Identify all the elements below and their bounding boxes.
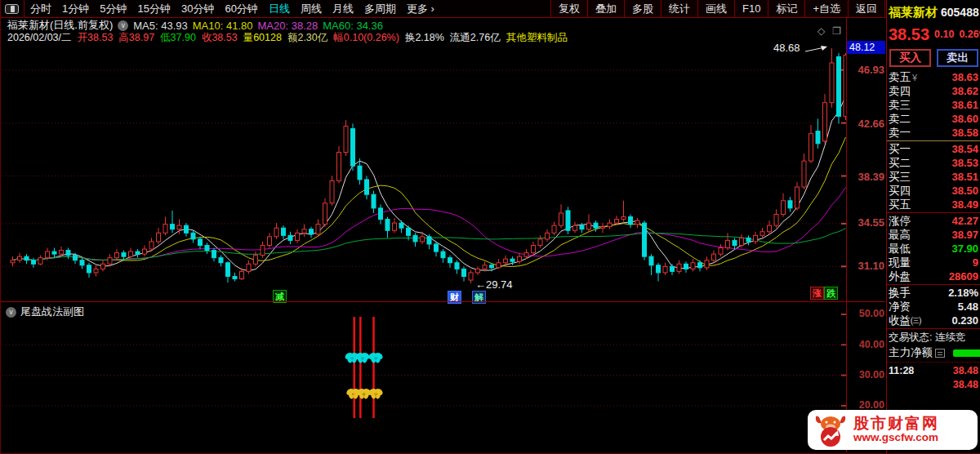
diamond-icon[interactable]: ◇: [817, 25, 825, 37]
multi-stock-button[interactable]: 多股: [624, 0, 661, 17]
tab-30min[interactable]: 30分钟: [181, 2, 214, 16]
tab-5min[interactable]: 5分钟: [100, 2, 127, 16]
f10-button[interactable]: F10: [734, 0, 768, 17]
stats-button[interactable]: 统计: [661, 0, 697, 17]
chart-info-line: 2026/02/03/二 开38.53 高38.97 低37.90 收38.53…: [7, 32, 568, 43]
sub-indicator-title: 尾盘战法副图: [20, 305, 84, 319]
draw-line-button[interactable]: 画线: [697, 0, 734, 17]
logo-url: www.gscfw.com: [853, 432, 939, 443]
tab-weekly[interactable]: 周线: [301, 2, 322, 16]
adjust-button[interactable]: 复权: [550, 0, 587, 17]
high-annotation: 48.68: [773, 42, 800, 54]
tab-1min[interactable]: 1分钟: [62, 2, 89, 16]
stat-current-volume: 现量 9: [887, 256, 980, 269]
back-button[interactable]: 返回: [848, 0, 885, 17]
price-change: 0.10: [934, 29, 954, 40]
tools-toolbar: 复权 叠加 多股 统计 画线 F10 标记 +自选 返回: [550, 0, 885, 17]
tab-60min[interactable]: 60分钟: [225, 2, 257, 16]
annotation-arrow-icon: [805, 46, 827, 51]
period-toolbar: 分时 1分钟 5分钟 15分钟 30分钟 60分钟 日线 周线 月线 多周期 更…: [1, 0, 445, 17]
price-summary: 38.53 0.10 0.26%: [887, 23, 980, 46]
add-watchlist-button[interactable]: +自选: [804, 0, 848, 17]
stat-net-assets: 净资 5.48: [887, 300, 980, 314]
buy-button[interactable]: 买入: [889, 49, 931, 67]
tab-daily[interactable]: 日线: [269, 2, 290, 16]
buy-level-4[interactable]: 买四 38.50: [887, 184, 980, 198]
sub-grid: [2, 314, 846, 406]
buy-level-3[interactable]: 买三 38.51: [887, 170, 980, 184]
chart-title-line: 福莱新材(日线.前复权) ∨ MA5: 43.93 MA10: 41.80 MA…: [7, 20, 383, 31]
top-toolbar: 分时 1分钟 5分钟 15分钟 30分钟 60分钟 日线 周线 月线 多周期 更…: [1, 0, 980, 18]
quote-panel: 福莱新材 605488 38.53 0.10 0.26% 买入 卖出 卖五 ¥ …: [886, 0, 980, 454]
chevron-down-icon[interactable]: ∨: [6, 307, 16, 318]
trade-status: 交易状态: 连续竞: [887, 330, 980, 345]
tab-monthly[interactable]: 月线: [332, 2, 354, 16]
butterfly-icon: [368, 351, 384, 363]
tick-row: 38.48: [887, 377, 980, 391]
toolbar-separator: [24, 0, 24, 18]
butterfly-icon: [354, 351, 371, 363]
panel-icon[interactable]: ❐: [832, 25, 841, 37]
sell-level-3[interactable]: 卖三 38.61: [887, 98, 980, 112]
main-net-label: 主力净额: [889, 345, 933, 360]
sell-level-2[interactable]: 卖二 38.60: [887, 112, 980, 126]
tab-multi-period[interactable]: 多周期: [364, 2, 396, 16]
logo-title: 股市财富网: [853, 416, 939, 432]
price-change-pct: 0.26%: [959, 29, 980, 40]
sub-indicator-panel: ∨ 尾盘战法副图 50.00 40.00 30.00 20.00: [1, 302, 885, 453]
stat-low: 最低 37.90: [887, 242, 980, 256]
signal-lines: [354, 317, 374, 418]
stock-name: 福莱新材: [889, 5, 938, 20]
y-axis-label: 46.93: [849, 64, 884, 76]
sub-indicator-header: ∨ 尾盘战法副图: [6, 305, 84, 319]
overlay-button[interactable]: 叠加: [587, 0, 624, 17]
sell-level-4[interactable]: 卖四 38.62: [887, 84, 980, 98]
stock-code: 605488: [941, 6, 979, 19]
info-float: 流通2.76亿: [450, 31, 501, 45]
info-amount: 额2.30亿: [287, 31, 327, 45]
last-price-tag: 48.12: [847, 41, 885, 54]
main-net-bar: [953, 349, 980, 357]
sell-level-1[interactable]: 卖一 38.58: [887, 126, 980, 140]
chevron-down-icon[interactable]: ∨: [118, 20, 128, 31]
ma60-value: MA60: 34.36: [323, 20, 383, 32]
buy-level-1[interactable]: 买一 38.54: [887, 142, 980, 156]
ma5-value: MA5: 43.93: [133, 20, 188, 32]
ma20-value: MA20: 38.28: [258, 20, 318, 32]
y-axis-label: 31.10: [849, 260, 884, 272]
sell-button[interactable]: 卖出: [937, 49, 978, 67]
mark-button[interactable]: 标记: [768, 0, 804, 17]
sub-indicator-plot[interactable]: [1, 302, 847, 453]
low-annotation: ←29.74: [475, 278, 513, 291]
marker-up-badge[interactable]: 涨: [810, 287, 824, 300]
section-divider: [887, 362, 980, 363]
y-axis-label: 42.66: [849, 118, 884, 130]
bull-icon: [813, 412, 849, 448]
stat-outer-volume: 外盘 28609: [887, 269, 980, 283]
tab-more[interactable]: 更多 ›: [407, 2, 434, 16]
butterflies: [344, 351, 384, 399]
stat-eps: 收益㈢ 0.230: [887, 314, 980, 327]
list-icon[interactable]: [935, 349, 945, 358]
info-industry: 其他塑料制品: [506, 31, 568, 45]
ma10-value: MA10: 41.80: [193, 20, 253, 32]
buy-level-2[interactable]: 买二 38.53: [887, 156, 980, 170]
tab-15min[interactable]: 15分钟: [137, 2, 170, 16]
marker-down-badge[interactable]: 跌: [824, 287, 838, 300]
sell-level-5[interactable]: 卖五 ¥ 38.63: [887, 70, 980, 84]
main-chart-plot[interactable]: [1, 18, 847, 302]
buy-level-5[interactable]: 买五 38.49: [887, 198, 980, 211]
tab-fenshi[interactable]: 分时: [30, 2, 51, 16]
info-turnover: 换2.18%: [405, 31, 444, 45]
sub-y-axis-label: 50.00: [849, 308, 884, 319]
layout-icon[interactable]: [5, 4, 19, 14]
info-date: 2026/02/03/二: [7, 31, 72, 45]
main-net-row: 主力净额: [887, 345, 980, 361]
watermark-logo: 股市财富网 www.gscfw.com: [808, 410, 978, 450]
candles: [11, 48, 847, 283]
stat-high: 最高 38.97: [887, 228, 980, 242]
tick-row: 11:28 38.48: [887, 363, 980, 377]
y-axis-label: 34.55: [849, 216, 884, 229]
last-price: 38.53: [889, 25, 929, 44]
y-axis-label: 38.39: [849, 171, 884, 183]
